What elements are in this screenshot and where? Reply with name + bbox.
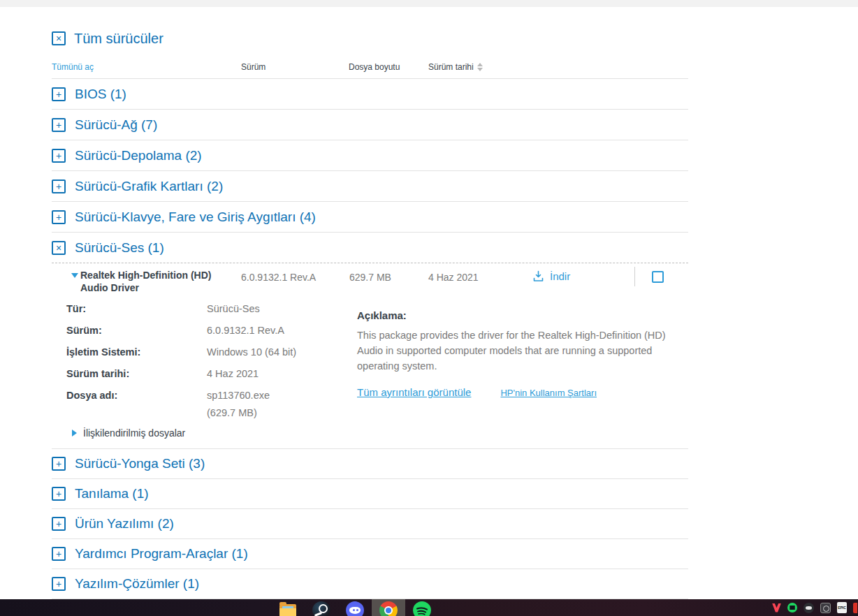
property-label: Tür: [66, 303, 207, 325]
category-row-chipset[interactable]: + Sürücü-Yonga Seti (3) [52, 449, 688, 479]
table-header: Tümünü aç Sürüm Dosya boyutu Sürüm tarih… [52, 47, 688, 79]
driver-version: 6.0.9132.1 Rev.A [241, 272, 316, 283]
property-row: İşletim Sistemi: Windows 10 (64 bit) [66, 346, 346, 368]
driver-select-checkbox[interactable] [652, 271, 664, 283]
expand-icon[interactable]: + [52, 517, 66, 531]
expand-icon[interactable]: + [52, 118, 66, 132]
file-explorer-icon [279, 601, 297, 616]
discord-tray-icon[interactable] [804, 603, 814, 613]
sort-icon[interactable] [477, 63, 483, 71]
associated-files-toggle[interactable]: İlişkilendirilmiş dosyalar [72, 427, 185, 439]
category-row-network[interactable]: + Sürücü-Ağ (7) [52, 110, 688, 140]
property-value: 6.0.9132.1 Rev.A [207, 325, 284, 346]
property-label: Dosya adı: [66, 390, 207, 418]
driver-name: Realtek High-Definition (HD) Audio Drive… [80, 269, 231, 294]
category-label: Sürücü-Yonga Seti (3) [75, 456, 205, 471]
category-label: Yardımcı Program-Araçlar (1) [75, 546, 248, 562]
category-row-bios[interactable]: + BIOS (1) [52, 79, 688, 110]
expand-icon[interactable]: + [52, 149, 66, 163]
file-size-note: (629.7 MB) [207, 407, 270, 418]
property-value: 4 Haz 2021 [207, 368, 259, 390]
taskbar-discord[interactable] [338, 599, 372, 616]
taskbar-pinned-apps [271, 599, 439, 616]
category-label: Sürücü-Ses (1) [75, 240, 164, 256]
property-row: Tür: Sürücü-Ses [66, 303, 346, 325]
category-row-input-devices[interactable]: + Sürücü-Klavye, Fare ve Giriş Aygıtları… [52, 202, 688, 233]
browser-top-strip [0, 0, 858, 7]
driver-properties: Tür: Sürücü-Ses Sürüm: 6.0.9132.1 Rev.A … [66, 303, 346, 418]
divider [634, 267, 635, 286]
expand-icon[interactable]: + [52, 547, 66, 561]
category-label: Yazılım-Çözümler (1) [75, 576, 199, 592]
collapse-icon[interactable]: × [52, 241, 66, 255]
column-version: Sürüm [241, 62, 266, 72]
driver-detail-block: Realtek High-Definition (HD) Audio Drive… [52, 263, 688, 449]
cut-off-tray-icon[interactable] [853, 603, 857, 613]
expand-icon[interactable]: + [52, 457, 66, 471]
category-label: BIOS (1) [75, 87, 126, 102]
property-value: Sürücü-Ses [207, 303, 260, 325]
category-label: Sürücü-Depolama (2) [75, 148, 202, 163]
expand-icon[interactable]: + [52, 179, 66, 193]
property-row: Sürüm tarihi: 4 Haz 2021 [66, 368, 346, 390]
expand-icon[interactable]: + [52, 210, 66, 224]
spotify-icon [413, 601, 431, 616]
category-label: Ürün Yazılımı (2) [75, 516, 174, 531]
taskbar-spotify[interactable] [405, 599, 439, 616]
category-row-firmware[interactable]: + Ürün Yazılımı (2) [52, 509, 688, 539]
description-text: This package provides the driver for the… [357, 328, 673, 374]
column-size: Dosya boyutu [349, 62, 400, 72]
chrome-icon [379, 601, 398, 616]
driver-description: Açıklama: This package provides the driv… [357, 309, 673, 398]
driver-size: 629.7 MB [349, 272, 391, 283]
taskbar-file-explorer[interactable] [271, 599, 305, 616]
category-row-graphics[interactable]: + Sürücü-Grafik Kartları (2) [52, 171, 688, 202]
category-row-storage[interactable]: + Sürücü-Depolama (2) [52, 140, 688, 171]
expand-all-link[interactable]: Tümünü aç [52, 62, 94, 72]
property-label: İşletim Sistemi: [66, 346, 207, 368]
column-date: Sürüm tarihi [428, 62, 474, 72]
expand-icon[interactable]: + [52, 577, 66, 591]
property-value: sp113760.exe(629.7 MB) [207, 390, 270, 418]
taskbar-chrome-active[interactable] [372, 599, 405, 616]
hp-terms-link[interactable]: HP'nin Kullanım Şartları [500, 388, 597, 398]
category-label: Sürücü-Klavye, Fare ve Giriş Aygıtları (… [75, 210, 316, 225]
epic-games-icon[interactable]: EPIC [837, 602, 847, 613]
category-label: Sürücü-Ağ (7) [75, 117, 157, 133]
windows-taskbar: EPIC [0, 599, 858, 616]
driver-list-panel: × Tüm sürücüler Tümünü aç Sürüm Dosya bo… [52, 7, 688, 599]
download-button[interactable]: İndir [532, 270, 570, 282]
vanguard-icon[interactable] [772, 603, 781, 613]
screen-capture-icon[interactable] [820, 603, 831, 613]
category-row-audio[interactable]: × Sürücü-Ses (1) [52, 233, 688, 263]
collapse-all-checkbox[interactable]: × [52, 31, 66, 45]
collapse-driver-icon[interactable] [71, 273, 78, 278]
property-row: Sürüm: 6.0.9132.1 Rev.A [66, 325, 346, 346]
expand-arrow-icon [72, 430, 77, 437]
download-label: İndir [550, 270, 570, 282]
associated-files-label: İlişkilendirilmiş dosyalar [83, 427, 185, 439]
category-row-utilities[interactable]: + Yardımcı Program-Araçlar (1) [52, 539, 688, 569]
taskbar-steam[interactable] [305, 599, 338, 616]
steam-icon [312, 601, 330, 616]
category-label: Sürücü-Grafik Kartları (2) [75, 179, 223, 194]
description-links: Tüm ayrıntıları görüntüle HP'nin Kullanı… [357, 386, 673, 398]
all-drivers-header: × Tüm sürücüler [52, 7, 688, 47]
expand-icon[interactable]: + [52, 87, 66, 101]
category-row-software-solutions[interactable]: + Yazılım-Çözümler (1) [52, 569, 688, 599]
property-row: Dosya adı: sp113760.exe(629.7 MB) [66, 390, 346, 418]
category-label: Tanılama (1) [75, 486, 149, 501]
property-value: Windows 10 (64 bit) [207, 346, 296, 368]
property-label: Sürüm tarihi: [66, 368, 207, 390]
page-title: Tüm sürücüler [74, 31, 163, 47]
description-title: Açıklama: [357, 309, 673, 321]
discord-icon [346, 601, 364, 616]
property-label: Sürüm: [66, 325, 207, 346]
view-all-details-link[interactable]: Tüm ayrıntıları görüntüle [357, 386, 471, 398]
category-row-diagnostics[interactable]: + Tanılama (1) [52, 479, 688, 509]
driver-date: 4 Haz 2021 [428, 272, 479, 283]
system-tray: EPIC [772, 599, 857, 616]
download-icon [532, 270, 544, 282]
spotify-tray-icon[interactable] [787, 603, 797, 613]
expand-icon[interactable]: + [52, 487, 66, 501]
